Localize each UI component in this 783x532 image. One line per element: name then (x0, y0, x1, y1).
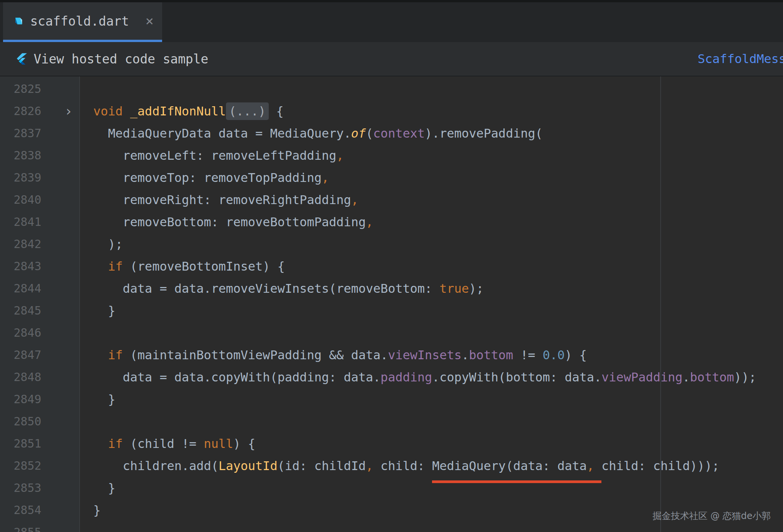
red-underlined-code: MediaQuery (432, 455, 506, 477)
code-line[interactable]: children.add(LayoutId(id: childId, child… (80, 455, 783, 477)
code-line[interactable]: ); (80, 233, 783, 255)
code-token: } (93, 503, 101, 517)
red-underlined-code (594, 455, 601, 477)
line-number: 2850 (14, 415, 41, 428)
code-line[interactable]: data = data.removeViewInsets(removeBotto… (80, 277, 783, 300)
red-underlined-code: , (587, 455, 594, 477)
code-line[interactable]: removeTop: removeTopPadding, (80, 167, 783, 189)
code-token: void (93, 104, 130, 118)
line-number: 2847 (14, 348, 41, 362)
code-line[interactable]: removeBottom: removeBottomPadding, (80, 211, 783, 233)
code-token: true (439, 281, 469, 296)
dart-file-icon (13, 15, 24, 27)
code-line[interactable]: if (maintainBottomViewPadding && data.vi… (80, 344, 783, 366)
fold-arrow-icon[interactable]: › (61, 100, 76, 122)
line-number: 2838 (14, 149, 41, 162)
gutter-line: 2846 (0, 322, 79, 344)
gutter-line: 2849 (0, 388, 79, 410)
gutter-line: 2826› (0, 100, 79, 122)
editor-tab-bar: scaffold.dart × (0, 2, 783, 42)
gutter-line: 2838 (0, 144, 79, 167)
gutter-line: 2848 (0, 366, 79, 388)
code-token: padding (380, 370, 432, 384)
line-number: 2855 (14, 526, 41, 532)
code-token: LayoutId (219, 459, 278, 473)
gutter-line: 2854 (0, 499, 79, 521)
code-line[interactable]: void _addIfNonNull(...) { (80, 100, 783, 122)
code-line[interactable]: MediaQueryData data = MediaQuery.of(cont… (80, 122, 783, 144)
code-token: (maintainBottomViewPadding && data. (123, 348, 388, 362)
code-token: of (351, 126, 366, 141)
code-line[interactable]: } (80, 388, 783, 410)
close-icon[interactable]: × (145, 14, 154, 28)
line-number: 2845 (14, 304, 41, 317)
code-line[interactable] (80, 521, 783, 532)
code-token: child: (373, 459, 432, 473)
code-token: ); (93, 237, 123, 251)
code-line[interactable] (80, 410, 783, 433)
code-token: ( (366, 126, 373, 141)
code-token: removeRight: removeRightPadding (93, 193, 351, 207)
gutter-line: 2853 (0, 477, 79, 499)
tab-title: scaffold.dart (30, 14, 129, 29)
code-token: (removeBottomInset) { (123, 259, 285, 274)
line-number: 2839 (14, 171, 41, 184)
code-token: data = data.copyWith(padding: data. (93, 370, 380, 384)
code-token: } (93, 303, 115, 318)
gutter-line: 2852 (0, 455, 79, 477)
code-token (93, 436, 108, 451)
gutter-line: 2842 (0, 233, 79, 255)
gutter-line: 2850 (0, 410, 79, 433)
line-number: 2849 (14, 393, 41, 406)
code-token: removeBottom: removeBottomPadding (93, 215, 366, 229)
code-token: ); (469, 281, 484, 296)
gutter-line: 2839 (0, 167, 79, 189)
scaffold-messenger-link[interactable]: ScaffoldMess (698, 52, 783, 66)
code-token: null (204, 436, 233, 451)
code-line[interactable]: removeRight: removeRightPadding, (80, 189, 783, 211)
code-token: } (93, 481, 115, 495)
gutter-line: 2844 (0, 277, 79, 300)
code-line[interactable] (80, 78, 783, 100)
code-token: _addIfNonNull (130, 104, 226, 118)
code-token: MediaQueryData data = MediaQuery. (93, 126, 351, 141)
code-token: removeTop: removeTopPadding (93, 170, 322, 185)
code-token: , (336, 148, 344, 163)
code-token: { (269, 104, 284, 118)
code-line[interactable]: } (80, 477, 783, 499)
gutter-line: 2825 (0, 78, 79, 100)
code-line[interactable]: removeLeft: removeLeftPadding, (80, 144, 783, 167)
code-token: if (108, 259, 123, 274)
code-line[interactable]: } (80, 300, 783, 322)
code-token: , (322, 170, 329, 185)
code-area[interactable]: void _addIfNonNull(...) { MediaQueryData… (80, 76, 783, 532)
code-token: viewInsets (388, 348, 462, 362)
code-token: bottom (469, 348, 513, 362)
line-number: 2851 (14, 437, 41, 450)
line-number: 2840 (14, 193, 41, 206)
gutter-line: 2855 (0, 521, 79, 532)
code-line[interactable]: data = data.copyWith(padding: data.paddi… (80, 366, 783, 388)
code-token: . (682, 370, 690, 384)
code-token: context (373, 126, 425, 141)
code-token: if (108, 348, 123, 362)
gutter-line: 2837 (0, 122, 79, 144)
line-number: 2854 (14, 503, 41, 517)
code-token: (child != (123, 436, 204, 451)
code-line[interactable] (80, 322, 783, 344)
gutter-line: 2843 (0, 255, 79, 277)
code-token: (id: childId (278, 459, 366, 473)
line-number: 2843 (14, 260, 41, 273)
watermark: 掘金技术社区 @ 恋猫de小郭 (653, 510, 771, 522)
editor-notification-bar: View hosted code sample ScaffoldMess (0, 42, 783, 76)
code-token: removeLeft: removeLeftPadding (93, 148, 336, 163)
code-token: , (366, 459, 373, 473)
tab-scaffold-dart[interactable]: scaffold.dart × (3, 2, 162, 42)
folded-code-placeholder[interactable]: (...) (226, 102, 269, 120)
line-number: 2846 (14, 326, 41, 339)
code-line[interactable]: if (removeBottomInset) { (80, 255, 783, 277)
line-number: 2826 (14, 104, 41, 118)
code-token: .copyWith(bottom: data. (432, 370, 601, 384)
code-token: } (93, 392, 115, 407)
code-line[interactable]: if (child != null) { (80, 433, 783, 455)
